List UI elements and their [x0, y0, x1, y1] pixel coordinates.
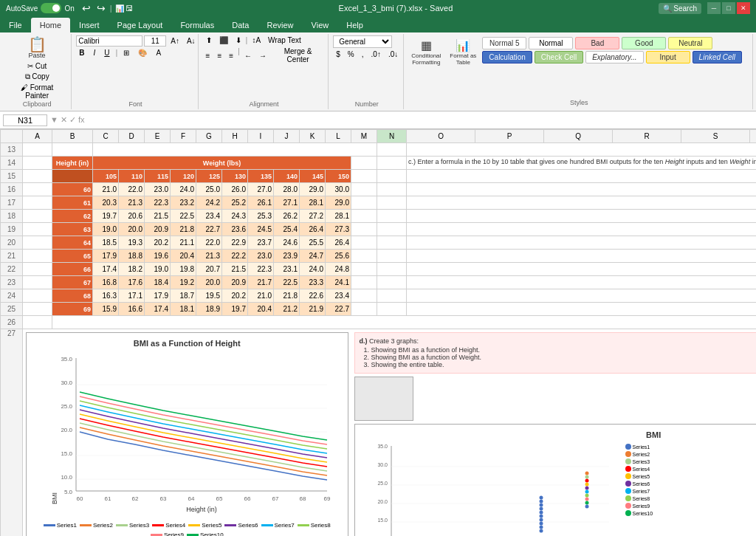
- font-size-input[interactable]: [144, 35, 166, 47]
- italic-btn[interactable]: I: [91, 48, 99, 58]
- cell-n18[interactable]: [377, 210, 407, 223]
- chart3-placeholder[interactable]: [354, 377, 413, 421]
- cell-b20[interactable]: 64: [52, 236, 93, 250]
- cell-c15[interactable]: 105: [93, 170, 119, 183]
- cell-h17[interactable]: 25.2: [222, 196, 248, 210]
- cell-h21[interactable]: 22.2: [222, 250, 248, 263]
- cell-j18[interactable]: 26.2: [274, 210, 300, 223]
- cell-l15[interactable]: 150: [326, 170, 351, 183]
- text-direction-btn[interactable]: ↕A: [249, 35, 264, 45]
- font-size-dec-btn[interactable]: A↓: [184, 35, 199, 47]
- comma-btn[interactable]: ,: [359, 49, 367, 59]
- chart1-container[interactable]: BMI as a Function of Height 35.0 30.0 25…: [26, 332, 348, 536]
- cell-d24[interactable]: 17.1: [119, 289, 145, 303]
- col-header-f[interactable]: F: [171, 130, 196, 143]
- cell-i23[interactable]: 21.7: [248, 276, 274, 289]
- cell-m14[interactable]: [351, 157, 377, 170]
- cell-g23[interactable]: 20.0: [196, 276, 222, 289]
- dec-inc-btn[interactable]: .0↑: [368, 49, 384, 59]
- format-as-table-btn[interactable]: 📊 Format asTable: [447, 37, 479, 67]
- cell-i19[interactable]: 24.5: [248, 223, 274, 236]
- cell-h16[interactable]: 26.0: [222, 183, 248, 196]
- cell-b22[interactable]: 66: [52, 263, 93, 276]
- col-header-a[interactable]: A: [23, 130, 52, 143]
- cell-a13[interactable]: [23, 143, 52, 157]
- row-num-26[interactable]: 26: [1, 316, 23, 329]
- cell-l23[interactable]: 24.1: [326, 276, 351, 289]
- row-num-20[interactable]: 20: [1, 236, 23, 250]
- cell-a16[interactable]: [23, 183, 52, 196]
- style-input[interactable]: Input: [646, 51, 690, 63]
- cell-n14[interactable]: [377, 157, 407, 170]
- cell-k15[interactable]: 145: [300, 170, 326, 183]
- cell-e21[interactable]: 19.6: [145, 250, 171, 263]
- cell-j25[interactable]: 21.2: [274, 303, 300, 316]
- dec-dec-btn[interactable]: .0↓: [385, 49, 401, 59]
- cell-b21[interactable]: 65: [52, 250, 93, 263]
- cell-d20[interactable]: 19.3: [119, 236, 145, 250]
- cell-l24[interactable]: 23.4: [326, 289, 351, 303]
- cut-btn[interactable]: ✂ Cut: [24, 61, 49, 71]
- minimize-btn[interactable]: ─: [707, 2, 721, 14]
- cell-h18[interactable]: 24.3: [222, 210, 248, 223]
- format-painter-btn[interactable]: 🖌 Format Painter: [6, 83, 68, 100]
- cell-f15[interactable]: 120: [171, 170, 196, 183]
- conditional-formatting-btn[interactable]: ▦ ConditionalFormatting: [408, 37, 444, 67]
- cell-m25[interactable]: [351, 303, 377, 316]
- style-linked-cell[interactable]: Linked Cell: [693, 51, 742, 63]
- cell-o22[interactable]: [407, 263, 757, 276]
- cell-n22[interactable]: [377, 263, 407, 276]
- cell-c16[interactable]: 21.0: [93, 183, 119, 196]
- indent-inc-btn[interactable]: →: [256, 47, 269, 64]
- cell-i24[interactable]: 21.0: [248, 289, 274, 303]
- tab-help[interactable]: Help: [337, 18, 372, 32]
- chart2-container[interactable]: BMI 35.0 30.0: [354, 424, 757, 536]
- font-size-inc-btn[interactable]: A↑: [168, 35, 182, 47]
- style-bad[interactable]: Bad: [575, 37, 619, 49]
- cell-l21[interactable]: 25.6: [326, 250, 351, 263]
- cell-i25[interactable]: 20.4: [248, 303, 274, 316]
- cell-e18[interactable]: 21.5: [145, 210, 171, 223]
- cell-l19[interactable]: 27.3: [326, 223, 351, 236]
- cell-a25[interactable]: [23, 303, 52, 316]
- cell-c19[interactable]: 19.0: [93, 223, 119, 236]
- undo-btn[interactable]: ↩: [82, 2, 91, 14]
- cell-f21[interactable]: 20.4: [171, 250, 196, 263]
- col-header-o[interactable]: O: [407, 130, 475, 143]
- cell-d21[interactable]: 18.8: [119, 250, 145, 263]
- cell-f25[interactable]: 18.1: [171, 303, 196, 316]
- col-header-p[interactable]: P: [475, 130, 544, 143]
- cell-k24[interactable]: 22.6: [300, 289, 326, 303]
- col-header-r[interactable]: R: [613, 130, 681, 143]
- cell-k20[interactable]: 25.5: [300, 236, 326, 250]
- redo-btn[interactable]: ↪: [97, 2, 106, 14]
- cell-m15[interactable]: [351, 170, 377, 183]
- cell-g21[interactable]: 21.3: [196, 250, 222, 263]
- cell-j21[interactable]: 23.9: [274, 250, 300, 263]
- cell-k21[interactable]: 24.7: [300, 250, 326, 263]
- col-header-c[interactable]: C: [93, 130, 119, 143]
- cell-i15[interactable]: 135: [248, 170, 274, 183]
- align-left-btn[interactable]: ≡: [203, 47, 213, 64]
- cell-l20[interactable]: 26.4: [326, 236, 351, 250]
- cell-n19[interactable]: [377, 223, 407, 236]
- cell-j20[interactable]: 24.6: [274, 236, 300, 250]
- style-calculation[interactable]: Calculation: [482, 51, 532, 63]
- close-btn[interactable]: ✕: [737, 2, 750, 14]
- cell-g19[interactable]: 22.7: [196, 223, 222, 236]
- cell-g22[interactable]: 20.7: [196, 263, 222, 276]
- cell-k18[interactable]: 27.2: [300, 210, 326, 223]
- row-num-22[interactable]: 22: [1, 263, 23, 276]
- maximize-btn[interactable]: □: [722, 2, 735, 14]
- cell-i21[interactable]: 23.0: [248, 250, 274, 263]
- cell-a22[interactable]: [23, 263, 52, 276]
- cell-k17[interactable]: 28.1: [300, 196, 326, 210]
- row-num-21[interactable]: 21: [1, 250, 23, 263]
- indent-dec-btn[interactable]: ←: [241, 47, 255, 64]
- cell-a15[interactable]: [23, 170, 52, 183]
- tab-review[interactable]: Review: [258, 18, 302, 32]
- cell-b13[interactable]: [52, 143, 93, 157]
- currency-btn[interactable]: $: [333, 49, 343, 59]
- cell-n17[interactable]: [377, 196, 407, 210]
- cell-d19[interactable]: 20.0: [119, 223, 145, 236]
